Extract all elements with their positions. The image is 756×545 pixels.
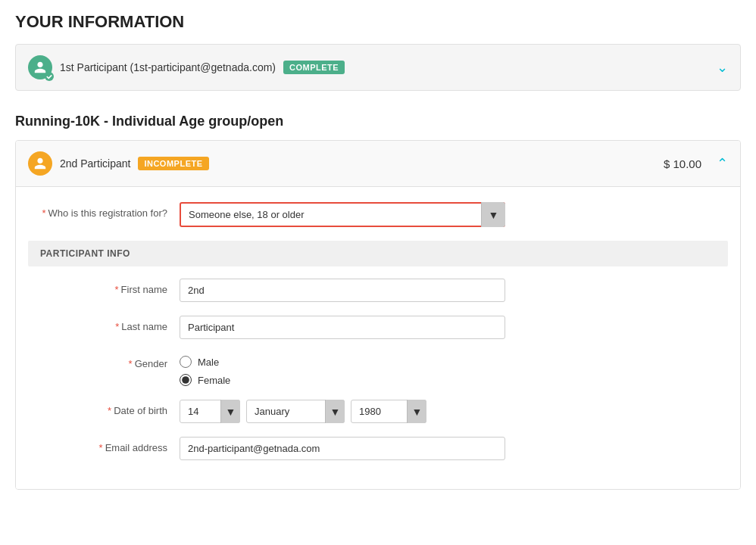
first-participant-left: 1st Participant (1st-participant@getnada… (28, 55, 345, 79)
registration-for-select[interactable]: Someone else, 18 or older Myself Someone… (180, 202, 505, 227)
first-participant-chevron[interactable]: ⌄ (717, 59, 728, 76)
dob-control: 14 1234 5678 9101112 13151617 181920 ▼ J… (180, 400, 505, 423)
registration-for-control: Someone else, 18 or older Myself Someone… (180, 202, 505, 227)
email-input[interactable] (180, 437, 505, 460)
gender-male-option[interactable]: Male (180, 356, 505, 368)
last-name-row: *Last name (28, 316, 728, 339)
dob-day-wrapper[interactable]: 14 1234 5678 9101112 13151617 181920 ▼ (180, 400, 240, 423)
second-participant-avatar (28, 151, 52, 176)
gender-label: *Gender (28, 353, 180, 369)
first-participant-avatar (28, 55, 52, 79)
dob-day-select[interactable]: 14 1234 5678 9101112 13151617 181920 (180, 400, 240, 423)
first-name-label: *First name (28, 279, 180, 295)
gender-female-option[interactable]: Female (180, 374, 505, 386)
gender-control: Male Female (180, 353, 505, 386)
second-participant-status-badge: INCOMPLETE (138, 157, 208, 170)
section-title: Running-10K - Individual Age group/open (15, 114, 741, 129)
second-participant-header-left: 2nd Participant INCOMPLETE (28, 151, 209, 176)
last-name-input[interactable] (180, 316, 505, 339)
gender-female-radio[interactable] (180, 374, 192, 386)
last-name-control (180, 316, 505, 339)
dob-label: *Date of birth (28, 400, 180, 416)
gender-radio-group: Male Female (180, 353, 505, 386)
registration-for-row: *Who is this registration for? Someone e… (28, 202, 728, 227)
gender-row: *Gender Male Female (28, 353, 728, 386)
second-participant-form-body: *Who is this registration for? Someone e… (16, 187, 740, 489)
dob-year-select[interactable]: 1980 197519761977 197819791981 198219831… (351, 400, 426, 423)
first-participant-status-badge: COMPLETE (283, 61, 345, 74)
person-icon-2 (33, 157, 47, 170)
first-name-input[interactable] (180, 279, 505, 302)
email-label: *Email address (28, 437, 180, 453)
first-participant-name: 1st Participant (1st-participant@getnada… (60, 61, 276, 73)
page-title: YOUR INFORMATION (15, 12, 741, 32)
checkmark-badge (45, 72, 54, 81)
second-participant-header-right: $ 10.00 ⌃ (664, 155, 728, 172)
dob-year-wrapper[interactable]: 1980 197519761977 197819791981 198219831… (351, 400, 426, 423)
person-icon (33, 61, 47, 74)
registration-for-label: *Who is this registration for? (28, 202, 180, 219)
second-participant-chevron[interactable]: ⌃ (717, 155, 728, 172)
gender-female-label: Female (198, 375, 230, 386)
email-row: *Email address (28, 437, 728, 460)
first-name-row: *First name (28, 279, 728, 302)
dob-month-wrapper[interactable]: January FebruaryMarchApril MayJuneJuly A… (246, 400, 345, 423)
dob-selects: 14 1234 5678 9101112 13151617 181920 ▼ J… (180, 400, 505, 423)
registration-for-select-wrapper[interactable]: Someone else, 18 or older Myself Someone… (180, 202, 505, 227)
first-name-control (180, 279, 505, 302)
gender-male-label: Male (198, 357, 219, 368)
second-participant-block: 2nd Participant INCOMPLETE $ 10.00 ⌃ *Wh… (15, 140, 741, 490)
email-control (180, 437, 505, 460)
participant-info-heading: PARTICIPANT INFO (28, 241, 728, 266)
check-icon (46, 73, 52, 79)
dob-row: *Date of birth 14 1234 5678 9101112 1315… (28, 400, 728, 423)
last-name-label: *Last name (28, 316, 180, 332)
second-participant-price: $ 10.00 (664, 157, 701, 170)
gender-male-radio[interactable] (180, 356, 192, 368)
second-participant-header: 2nd Participant INCOMPLETE $ 10.00 ⌃ (16, 141, 740, 187)
first-participant-summary: 1st Participant (1st-participant@getnada… (15, 44, 741, 91)
second-participant-name: 2nd Participant (60, 157, 130, 170)
dob-month-select[interactable]: January FebruaryMarchApril MayJuneJuly A… (246, 400, 345, 423)
